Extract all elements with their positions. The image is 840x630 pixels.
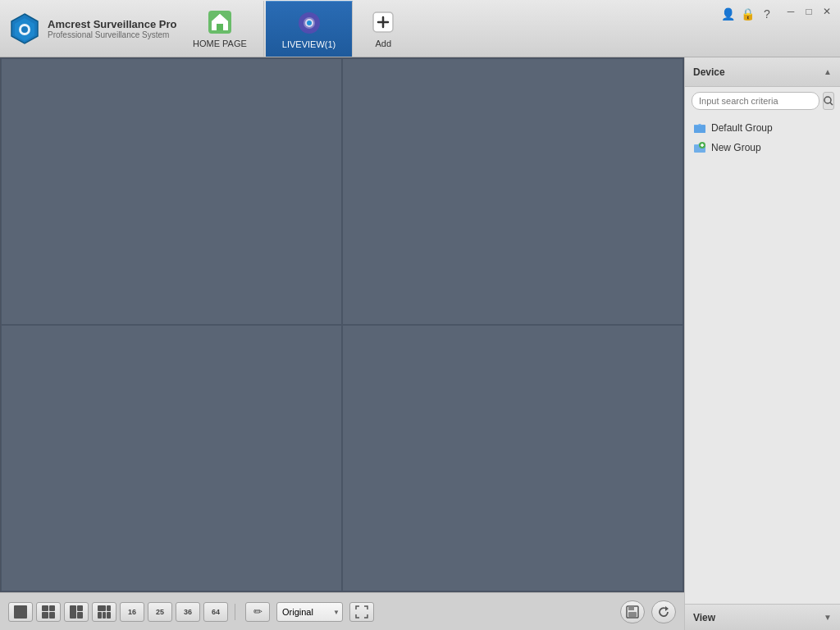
video-cell-4[interactable] [342, 325, 683, 591]
search-icon [824, 96, 833, 106]
fullscreen-button[interactable] [349, 602, 374, 622]
svg-point-3 [21, 26, 28, 33]
edit-button[interactable]: ✏ [245, 602, 270, 622]
layout-4-button[interactable] [36, 602, 61, 622]
folder-add-icon [693, 141, 706, 154]
search-input[interactable] [692, 92, 819, 110]
tab-home-label: HOME PAGE [193, 39, 247, 48]
home-icon [207, 9, 233, 35]
refresh-icon [657, 605, 670, 619]
device-group-new[interactable]: New Group [685, 138, 840, 158]
user-icon[interactable]: 👤 [720, 7, 735, 21]
tab-add[interactable]: Add [354, 1, 412, 57]
collapse-button[interactable]: ▲ [824, 67, 832, 76]
svg-rect-17 [628, 612, 637, 617]
title-bar: Amcrest Surveillance Pro Professional Su… [0, 0, 840, 57]
video-cell-2[interactable] [342, 58, 683, 325]
fullscreen-icon [355, 605, 368, 619]
video-cell-1[interactable] [1, 58, 342, 325]
main-content: 16 25 36 64 ✏ Original Stretch Fit Windo… [0, 57, 840, 630]
layout-25-button[interactable]: 25 [148, 602, 172, 622]
zoom-select[interactable]: Original Stretch Fit Window [276, 602, 343, 622]
nav-tabs: HOME PAGE LIVEVIEW(1) Add [176, 0, 412, 57]
device-group-default[interactable]: Default Group [685, 118, 840, 138]
device-header: Device ▲ [685, 57, 840, 87]
help-icon[interactable]: ? [760, 7, 774, 21]
right-panel: Device ▲ Default Group [684, 57, 840, 630]
tab-add-label: Add [375, 39, 391, 48]
refresh-button[interactable] [651, 600, 676, 623]
layout-custom1-button[interactable] [64, 602, 89, 622]
folder-icon-default [693, 121, 706, 135]
device-label: Device [693, 66, 725, 78]
view-footer: View ▼ [685, 604, 840, 630]
add-icon [370, 9, 396, 35]
search-bar [685, 87, 840, 115]
svg-rect-6 [217, 24, 223, 30]
new-group-label: New Group [711, 142, 761, 153]
save-icon [626, 605, 639, 619]
default-group-label: Default Group [711, 122, 773, 134]
system-tray-icons: 👤 🔒 ? [720, 7, 774, 21]
bottom-toolbar: 16 25 36 64 ✏ Original Stretch Fit Windo… [0, 592, 684, 630]
lock-icon[interactable]: 🔒 [740, 7, 755, 21]
svg-line-20 [830, 103, 833, 105]
svg-point-11 [307, 21, 312, 25]
video-cell-3[interactable] [1, 325, 342, 591]
device-list: Default Group New Group [685, 115, 840, 604]
minimize-button[interactable]: ─ [783, 3, 799, 20]
layout-64-button[interactable]: 64 [203, 602, 228, 622]
layout-1-button[interactable] [8, 602, 33, 622]
view-expand-button[interactable]: ▼ [824, 613, 832, 622]
svg-rect-22 [694, 126, 705, 133]
svg-point-19 [824, 97, 831, 103]
layout-36-button[interactable]: 36 [176, 602, 200, 622]
video-area: 16 25 36 64 ✏ Original Stretch Fit Windo… [0, 57, 684, 630]
logo-area: Amcrest Surveillance Pro Professional Su… [0, 12, 176, 45]
maximize-button[interactable]: □ [801, 3, 817, 20]
app-title: Amcrest Surveillance Pro [48, 18, 177, 30]
video-grid [0, 57, 684, 592]
original-select-wrap[interactable]: Original Stretch Fit Window [276, 602, 343, 622]
save-button[interactable] [620, 600, 645, 623]
tab-liveview[interactable]: LIVEVIEW(1) [266, 1, 353, 57]
search-button[interactable] [823, 92, 834, 110]
svg-marker-18 [665, 606, 669, 611]
liveview-icon [296, 10, 322, 36]
layout-separator [235, 604, 235, 620]
tab-liveview-label: LIVEVIEW(1) [282, 39, 336, 49]
layout-16-button[interactable]: 16 [120, 602, 144, 622]
view-label: View [693, 612, 715, 623]
tab-home[interactable]: HOME PAGE [176, 1, 264, 57]
app-logo-icon [8, 12, 41, 45]
app-subtitle: Professional Surveillance System [48, 30, 177, 39]
app-name-area: Amcrest Surveillance Pro Professional Su… [48, 18, 177, 39]
svg-rect-16 [628, 606, 634, 610]
layout-custom2-button[interactable] [92, 602, 116, 622]
window-controls: ─ □ ✕ [778, 0, 840, 23]
close-button[interactable]: ✕ [819, 3, 835, 20]
